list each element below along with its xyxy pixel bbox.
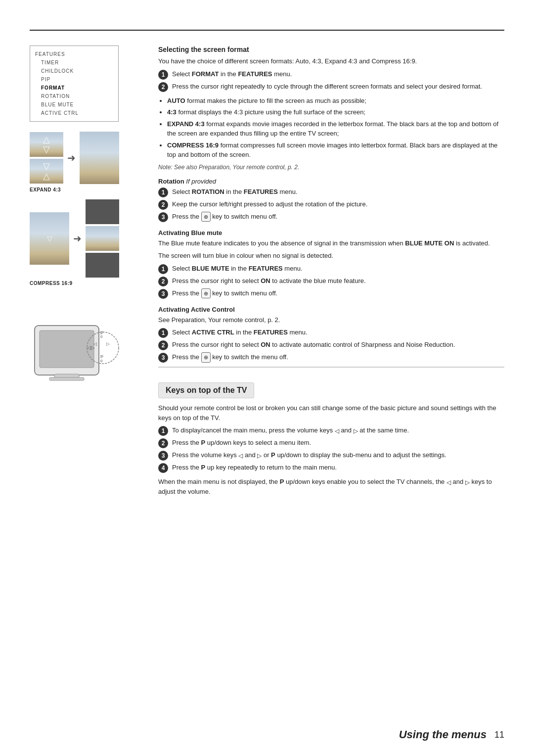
tv-illustration: P 0 ◁▷ ◁ ▷ P 0 [30,301,124,395]
features-menu-box: FEATURES TIMER CHILDLOCK PIP FORMAT ROTA… [30,46,119,122]
blue-mute-step-text-3: Press the ⊕ key to switch menu off. [172,288,504,299]
keys-step-text-3: Press the volume keys ◁ and ▷ or P up/do… [172,450,504,460]
expand-before-image: △ ▽ [30,132,63,157]
blue-mute-intro: The Blue mute feature indicates to you t… [158,238,504,248]
keys-step-num-3: 3 [158,451,168,461]
rotation-title: Rotation If provided [158,178,504,185]
compress-after-image1 [86,199,119,224]
active-control-steps: 1 Select ACTIVE CTRL in the FEATURES men… [158,328,504,363]
bullet-compress: COMPRESS 16:9 format compresses full scr… [167,141,504,160]
rotation-step-text-1: Select ROTATION in the FEATURES menu. [172,187,504,197]
screen-format-intro: You have the choice of different screen … [158,56,504,66]
active-control-step-2: 2 Press the cursor right to select ON to… [158,340,504,350]
screen-format-note: Note: See also Preparation, Your remote … [158,164,504,171]
right-column: Selecting the screen format You have the… [143,46,504,499]
expand-caption: EXPAND 4:3 [30,187,134,192]
active-control-step-text-2: Press the cursor right to select ON to a… [172,340,504,350]
compress-image-pair: ▽ ➜ [30,199,134,278]
menu-item-pip: PIP [35,75,113,84]
bullet-auto: AUTO format makes the picture to fill th… [167,96,504,106]
compress-after-image3 [86,253,119,278]
menu-item-blue-mute: BLUE MUTE [35,100,113,109]
menu-header: FEATURES [35,50,113,58]
rotation-step-1: 1 Select ROTATION in the FEATURES menu. [158,187,504,197]
rotation-step-2: 2 Keep the cursor left/right pressed to … [158,199,504,210]
keys-step-text-4: Press the P up key repeatedly to return … [172,463,504,472]
keys-intro: Should your remote control be lost or br… [158,403,504,423]
active-control-step-text-1: Select ACTIVE CTRL in the FEATURES menu. [172,328,504,337]
expand-before-image2: ▽ △ [30,159,63,184]
keys-steps: 1 To display/cancel the main menu, press… [158,425,504,473]
page-footer: Using the menus 11 [399,728,504,741]
keys-step-3: 3 Press the volume keys ◁ and ▷ or P up/… [158,450,504,461]
active-control-step-1: 1 Select ACTIVE CTRL in the FEATURES men… [158,328,504,338]
svg-rect-3 [49,378,84,380]
step-item: 1 Select FORMAT in the FEATURES menu. [158,69,504,80]
content-area: FEATURES TIMER CHILDLOCK PIP FORMAT ROTA… [30,46,504,499]
screen-format-steps: 1 Select FORMAT in the FEATURES menu. 2 … [158,69,504,92]
svg-text:◁: ◁ [93,341,97,346]
rotation-step-num-1: 1 [158,188,168,197]
compress-before-image: ▽ [30,212,69,265]
active-control-step-text-3: Press the ⊕ key to switch the menu off. [172,352,504,363]
rotation-step-3: 3 Press the ⊕ key to switch menu off. [158,212,504,222]
keys-step-1: 1 To display/cancel the main menu, press… [158,425,504,436]
compress-after-image2 [86,226,119,251]
blue-mute-step-text-2: Press the cursor right to select ON to a… [172,276,504,286]
bullet-expand: EXPAND 4:3 format expands movie images r… [167,119,504,139]
menu-item-active-ctrl: ACTIVE CTRL [35,109,113,117]
keys-outro: When the main menu is not displayed, the… [158,477,504,496]
svg-rect-1 [40,331,94,368]
page-container: FEATURES TIMER CHILDLOCK PIP FORMAT ROTA… [0,0,534,756]
blue-mute-title: Activating Blue mute [158,229,504,236]
step-item-2: 2 Press the cursor right repeatedly to c… [158,82,504,92]
blue-mute-steps: 1 Select BLUE MUTE in the FEATURES menu.… [158,264,504,299]
active-control-step-3: 3 Press the ⊕ key to switch the menu off… [158,352,504,363]
keys-step-text-2: Press the P up/down keys to select a men… [172,438,504,448]
step-text-2: Press the cursor right repeatedly to cyc… [172,82,504,92]
blue-mute-step-num-1: 1 [158,264,168,274]
rotation-steps: 1 Select ROTATION in the FEATURES menu. … [158,187,504,222]
left-column: FEATURES TIMER CHILDLOCK PIP FORMAT ROTA… [30,46,143,499]
menu-item-timer: TIMER [35,58,113,67]
rotation-step-num-2: 2 [158,200,168,210]
active-control-intro: See Preparation, Your remote control, p.… [158,315,504,325]
blue-mute-step-num-2: 2 [158,277,168,286]
keys-step-text-1: To display/cancel the main menu, press t… [172,425,504,435]
svg-text:0: 0 [100,359,103,363]
screen-format-title: Selecting the screen format [158,46,504,53]
bullet-43: 4:3 format displays the 4:3 picture usin… [167,107,504,117]
rotation-step-text-2: Keep the cursor left/right pressed to ad… [172,199,504,209]
active-control-step-num-2: 2 [158,340,168,350]
active-control-title: Activating Active Control [158,306,504,313]
blue-mute-step-text-1: Select BLUE MUTE in the FEATURES menu. [172,264,504,274]
rotation-step-text-3: Press the ⊕ key to switch menu off. [172,212,504,222]
step-text-1: Select FORMAT in the FEATURES menu. [172,69,504,79]
blue-mute-step-num-3: 3 [158,289,168,299]
screen-format-bullets: AUTO format makes the picture to fill th… [167,96,504,160]
step-num-2: 2 [158,82,168,92]
keys-step-4: 4 Press the P up key repeatedly to retur… [158,463,504,473]
keys-step-num-1: 1 [158,426,168,436]
keys-step-2: 2 Press the P up/down keys to select a m… [158,438,504,448]
top-rule [30,30,504,31]
svg-text:0: 0 [100,334,103,339]
svg-text:▷: ▷ [106,341,110,346]
compress-caption: COMPRESS 16:9 [30,281,134,286]
blue-mute-step-3: 3 Press the ⊕ key to switch menu off. [158,288,504,299]
keys-section-divider [158,367,504,368]
expand-after-image [80,132,119,184]
step-num-1: 1 [158,70,168,80]
active-control-step-num-1: 1 [158,328,168,338]
blue-mute-step-2: 2 Press the cursor right to select ON to… [158,276,504,286]
keys-section-header: Keys on top of the TV [158,382,254,398]
blue-mute-step-1: 1 Select BLUE MUTE in the FEATURES menu. [158,264,504,274]
active-control-step-num-3: 3 [158,353,168,363]
rotation-step-num-3: 3 [158,212,168,222]
keys-step-num-2: 2 [158,438,168,448]
menu-item-format: FORMAT [35,84,113,92]
footer-title: Using the menus [399,728,487,741]
blue-mute-intro2: The screen will turn blue in colour when… [158,251,504,261]
expand-image-pair: △ ▽ ▽ △ ➜ [30,132,134,184]
keys-step-num-4: 4 [158,463,168,473]
